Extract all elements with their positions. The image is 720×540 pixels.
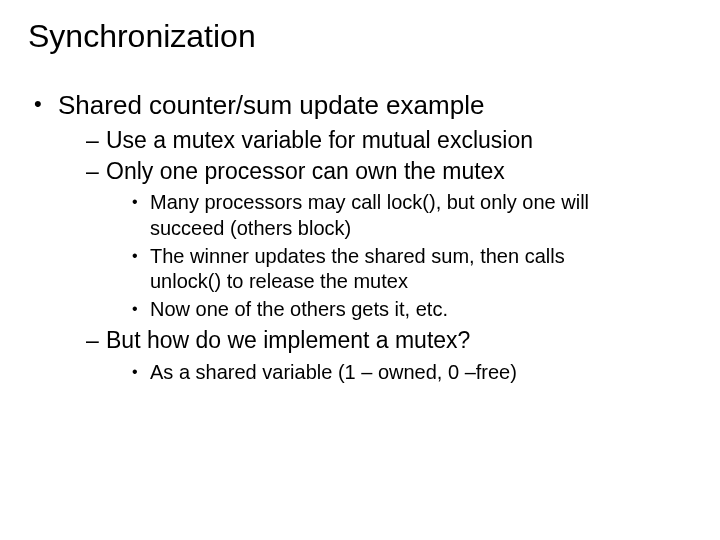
list-item: As a shared variable (1 – owned, 0 –free… bbox=[132, 360, 610, 386]
bullet-text: As a shared variable (1 – owned, 0 –free… bbox=[150, 361, 517, 383]
list-item: Use a mutex variable for mutual exclusio… bbox=[86, 126, 692, 155]
bullet-text: Now one of the others gets it, etc. bbox=[150, 298, 448, 320]
list-item: Only one processor can own the mutex Man… bbox=[86, 157, 692, 322]
list-item: But how do we implement a mutex? As a sh… bbox=[86, 326, 692, 385]
bullet-text: Use a mutex variable for mutual exclusio… bbox=[106, 127, 533, 153]
bullet-text: The winner updates the shared sum, then … bbox=[150, 245, 565, 293]
bullet-text: Shared counter/sum update example bbox=[58, 90, 484, 120]
bullet-list-level2: Use a mutex variable for mutual exclusio… bbox=[58, 126, 692, 386]
bullet-list-level3: As a shared variable (1 – owned, 0 –free… bbox=[106, 360, 692, 386]
list-item: Many processors may call lock(), but onl… bbox=[132, 190, 610, 241]
list-item: Shared counter/sum update example Use a … bbox=[32, 89, 692, 385]
bullet-list-level3: Many processors may call lock(), but onl… bbox=[106, 190, 692, 322]
bullet-text: Only one processor can own the mutex bbox=[106, 158, 505, 184]
bullet-list-level1: Shared counter/sum update example Use a … bbox=[28, 89, 692, 385]
slide: Synchronization Shared counter/sum updat… bbox=[0, 0, 720, 540]
bullet-text: Many processors may call lock(), but onl… bbox=[150, 191, 589, 239]
slide-title: Synchronization bbox=[28, 18, 692, 55]
list-item: Now one of the others gets it, etc. bbox=[132, 297, 610, 323]
list-item: The winner updates the shared sum, then … bbox=[132, 244, 610, 295]
bullet-text: But how do we implement a mutex? bbox=[106, 327, 470, 353]
